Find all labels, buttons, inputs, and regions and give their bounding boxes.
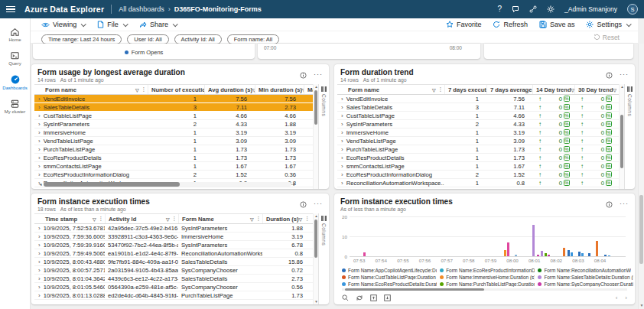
expand-chevron-icon[interactable]: › <box>38 121 41 128</box>
expand-chevron-icon[interactable]: › <box>38 233 41 240</box>
table-row[interactable]: ›ImmersiveHome13.19↑0%↑0% <box>337 128 620 137</box>
expand-chevron-icon[interactable]: › <box>38 129 41 136</box>
expand-chevron-icon[interactable]: › <box>341 180 343 187</box>
more-options-icon[interactable]: ··· <box>620 73 629 76</box>
breadcrumb-parent[interactable]: All dashboards <box>119 5 164 13</box>
scroll-down-icon[interactable]: ▼ <box>639 303 644 307</box>
table-row[interactable]: ›10/9/2025, 7:59:36.6009881 AM33928911-c… <box>34 233 314 241</box>
filter-pill[interactable]: User Id: All <box>127 34 168 44</box>
chart-bar[interactable] <box>515 255 517 256</box>
legend-item[interactable]: Form Name:ImmersiveHome:Duration (s) <box>440 274 535 281</box>
table-row[interactable]: ›VendTableListPage13.093.09 <box>34 137 314 145</box>
refresh-icon[interactable] <box>356 294 363 301</box>
table-row[interactable]: ›10/9/2025, 8:01:13.0288578 AMed2de4dc-d… <box>34 291 314 300</box>
chart-bar[interactable] <box>596 241 598 256</box>
filter-pill[interactable]: Activity Id: All <box>174 34 222 44</box>
expand-chevron-icon[interactable]: › <box>38 225 41 232</box>
filter-pill[interactable]: Time range: Last 24 hours <box>41 34 122 44</box>
scrollbar-thumb[interactable] <box>639 195 643 264</box>
expand-chevron-icon[interactable]: › <box>341 96 343 102</box>
expand-chevron-icon[interactable]: › <box>341 121 343 128</box>
chart-bar[interactable] <box>507 242 509 256</box>
tile-time-axis[interactable]: 07:00 08:00 <box>258 44 480 59</box>
chart-bar[interactable] <box>563 248 565 256</box>
pan-up-icon[interactable] <box>370 294 377 301</box>
chart-bar[interactable] <box>571 252 573 256</box>
bar-chart-plot[interactable]: 20 10 0 <box>350 216 626 256</box>
columns-panel[interactable]: Columns <box>624 84 635 189</box>
table-row[interactable]: ›ImmersiveHome13.193.19 <box>34 128 314 137</box>
user-name[interactable]: _Admin Smanjony <box>564 5 617 13</box>
table-row[interactable]: ›SysIntParameters24.331.88 <box>34 120 314 128</box>
connections-icon[interactable] <box>529 5 537 13</box>
table-row[interactable]: ›SalesTableDetails37.112.73 <box>34 103 314 112</box>
expand-chevron-icon[interactable]: › <box>341 146 343 153</box>
table-row[interactable]: ›10/9/2025, 7:59:49.5065625 AMea1901b1-e… <box>34 249 314 258</box>
table-row[interactable]: ›10/9/2025, 8:00:57.257157 AM2a031594-91… <box>34 266 314 275</box>
sidebar-item-home[interactable]: Home <box>0 23 30 47</box>
horizontal-scrollbar[interactable]: ◄ ► <box>37 181 298 187</box>
expand-chevron-icon[interactable]: › <box>341 163 343 170</box>
chart-bar[interactable] <box>568 250 570 256</box>
tile-empty[interactable] <box>484 44 633 59</box>
chart-bar[interactable] <box>545 253 547 256</box>
expand-chevron-icon[interactable]: › <box>38 171 41 178</box>
expand-chevron-icon[interactable]: › <box>38 112 41 119</box>
chart-bar[interactable] <box>578 252 581 256</box>
expand-chevron-icon[interactable]: › <box>341 104 343 111</box>
vertical-scrollbar[interactable]: ▲ <box>313 84 318 189</box>
help-icon[interactable]: ? <box>497 5 502 13</box>
table-row[interactable]: ›ReconciliationAutomationWorkspace...10.… <box>337 179 620 187</box>
refresh-button[interactable]: Refresh <box>493 21 528 28</box>
expand-chevron-icon[interactable]: › <box>38 250 41 257</box>
legend-item[interactable]: Form Name:SysCompanyChooser:Durati... <box>538 281 633 288</box>
chart-bar[interactable] <box>608 255 610 256</box>
feedback-icon[interactable] <box>512 5 519 13</box>
table-row[interactable]: ›VendEditInvoice17.567.56 <box>34 95 314 103</box>
table-row[interactable]: ›smmContactsListPage11.671.67 <box>34 162 314 171</box>
favorite-button[interactable]: Favorite <box>446 21 482 28</box>
columns-panel[interactable]: Columns <box>318 84 329 189</box>
more-options-icon[interactable]: ··· <box>620 202 629 206</box>
pan-down-icon[interactable] <box>384 294 391 301</box>
expand-chevron-icon[interactable]: › <box>38 275 41 282</box>
expand-chevron-icon[interactable]: › <box>341 129 343 136</box>
legend-prev-icon[interactable]: ‹ <box>616 294 618 301</box>
expand-chevron-icon[interactable]: › <box>38 154 41 161</box>
chart-bar[interactable] <box>604 255 607 256</box>
legend-next-icon[interactable]: › <box>625 294 627 301</box>
sidebar-item-my-cluster[interactable]: My cluster <box>0 95 30 119</box>
info-icon[interactable] <box>300 68 307 82</box>
legend-item[interactable]: Form Name:AppCopilotAgentLifecycle:Durat… <box>342 267 437 274</box>
viewing-button[interactable]: Viewing <box>41 21 85 28</box>
legend-item[interactable]: Form Name:CustTableListPage:Duration (s) <box>342 274 437 281</box>
table-row[interactable]: ›SysIntParameters24.33↑0%↑0% <box>337 120 620 128</box>
expand-chevron-icon[interactable]: › <box>38 146 41 153</box>
sidebar-item-query[interactable]: Query <box>0 47 30 70</box>
chart-bar[interactable] <box>504 250 506 256</box>
table-row[interactable]: ›10/9/2025, 8:01:04.3642974 AM4439c6c3-e… <box>34 275 314 283</box>
expand-chevron-icon[interactable]: › <box>38 267 41 274</box>
table-row[interactable]: ›EcoResProductInformationDialog21.52↑0%↑… <box>337 171 620 179</box>
tile-form-opens[interactable]: Form Opens <box>33 44 255 59</box>
legend-scrollbar[interactable] <box>342 288 627 291</box>
gear-icon[interactable] <box>547 5 555 13</box>
expand-chevron-icon[interactable]: › <box>38 284 41 291</box>
expand-chevron-icon[interactable]: › <box>38 96 41 102</box>
columns-panel[interactable]: Columns <box>318 213 329 304</box>
info-icon[interactable] <box>300 197 307 211</box>
sidebar-item-dashboards[interactable]: Dashboards <box>0 70 30 95</box>
reset-button[interactable]: Reset <box>594 34 620 41</box>
expand-chevron-icon[interactable]: › <box>341 171 343 178</box>
table-row[interactable]: ›10/9/2025, 7:59:39.9160201 AM53470f92-7… <box>34 241 314 249</box>
table-row[interactable]: ›EcoResProductDetails11.731.73 <box>34 154 314 162</box>
filter-pill[interactable]: Form name: All <box>227 34 279 44</box>
expand-chevron-icon[interactable]: › <box>38 163 41 170</box>
table-row[interactable]: ›PurchTableListPage11.731.73 <box>34 145 314 154</box>
page-scrollbar[interactable]: ▼ <box>638 44 644 309</box>
chart-bar[interactable] <box>588 253 590 256</box>
search-icon[interactable] <box>342 294 349 301</box>
info-icon[interactable] <box>606 197 613 211</box>
table-row[interactable]: ›10/9/2025, 8:00:43.4880067 AM9fe7fb91-8… <box>34 258 314 266</box>
table-row[interactable]: ›VendEditInvoice17.56↑0%↑0% <box>337 95 620 103</box>
